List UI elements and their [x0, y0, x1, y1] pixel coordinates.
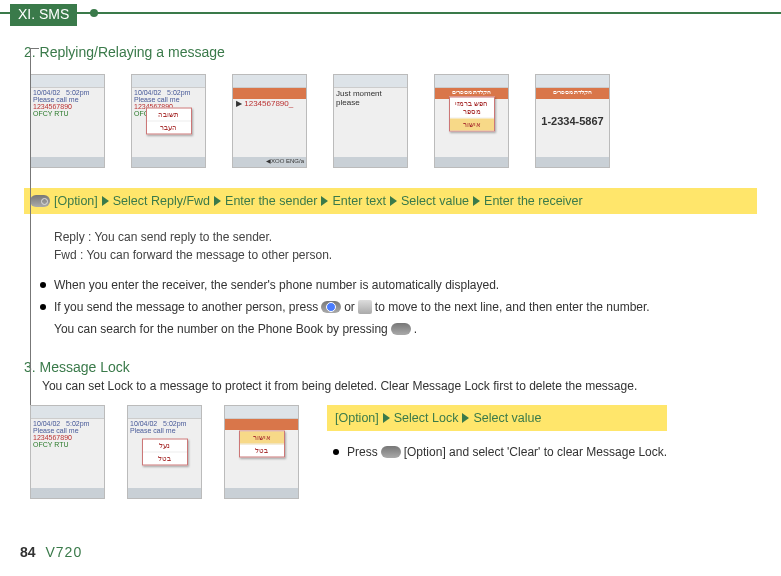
subtitle-lock: 3. Message Lock [24, 359, 757, 375]
screen4-text: Just moment please [336, 89, 407, 107]
press-line: Press [Option] and select 'Clear' to cle… [333, 445, 667, 459]
popup-confirm: אישור בטל [239, 431, 285, 458]
chevron-right-icon [390, 196, 397, 206]
chevron-right-icon [214, 196, 221, 206]
phone-screen-6: הקלדת מספרים 1-2334-5867 [535, 74, 610, 168]
chevron-right-icon [321, 196, 328, 206]
option-label: [Option] [54, 194, 98, 208]
top-rule [0, 12, 781, 14]
phone-screen-4: Just moment please [333, 74, 408, 168]
bullet-icon [333, 449, 339, 455]
phone-screen-2: 10/04/02 5:02pm Please call me 123456789… [131, 74, 206, 168]
page-number: 84 [20, 544, 36, 560]
key-icon [358, 300, 372, 314]
bullet-list: When you enter the receiver, the sender'… [40, 274, 757, 341]
instruction-bar-1: [Option] Select Reply/Fwd Enter the send… [24, 188, 757, 214]
chevron-right-icon [102, 196, 109, 206]
section3-row: 10/04/02 5:02pm Please call me 123456789… [24, 405, 757, 499]
phone-screen-lock-2: 10/04/02 5:02pm Please call me נעל בטל [127, 405, 202, 499]
phone-screen-lock-3: אישור בטל [224, 405, 299, 499]
chevron-right-icon [383, 413, 390, 423]
screen6-number: 1-2334-5867 [536, 115, 609, 127]
popup-search: חפש ברמזי מספר אישור [449, 96, 495, 131]
bullet-1: When you enter the receiver, the sender'… [54, 274, 499, 296]
screenshots-row-1: 10/04/02 5:02pm Please call me 123456789… [30, 74, 757, 168]
note-fwd: Fwd : You can forward the message to oth… [54, 248, 332, 262]
bullet-3a: You can search for the number on the Pho… [54, 318, 388, 340]
note-reply: Reply : You can send reply to the sender… [54, 230, 272, 244]
phone-screen-1: 10/04/02 5:02pm Please call me 123456789… [30, 74, 105, 168]
screen-time: 5:02pm [66, 89, 89, 96]
model-name: V720 [45, 544, 82, 560]
page-content: 2. Replying/Relaying a message 10/04/02 … [24, 44, 757, 499]
option-key-icon [381, 446, 401, 458]
chevron-right-icon [462, 413, 469, 423]
bullet-icon [40, 282, 46, 288]
tab-dot [90, 9, 98, 17]
nav-ok-icon [321, 301, 341, 313]
bullet-icon [40, 304, 46, 310]
phone-screen-lock-1: 10/04/02 5:02pm Please call me 123456789… [30, 405, 105, 499]
phone-screen-5: הקלדת מספרים חפש ברמזי מספר אישור [434, 74, 509, 168]
screen-msg: Please call me [33, 96, 79, 103]
popup-lock: נעל בטל [142, 438, 188, 465]
popup-reply-fwd: תשובה העבר [146, 108, 192, 135]
section-tab: XI. SMS [10, 4, 77, 26]
phone-screen-3: ▶ 1234567890_ ◀XOO ENG/a [232, 74, 307, 168]
bullet-2a: If you send the message to another perso… [54, 296, 318, 318]
reply-fwd-notes: Reply : You can send reply to the sender… [40, 230, 757, 262]
page-footer: 84 V720 [20, 544, 82, 560]
instruction-bar-2: [Option] Select Lock Select value [327, 405, 667, 431]
subtitle-replying: 2. Replying/Relaying a message [24, 44, 757, 60]
option-key-icon [391, 323, 411, 335]
chevron-right-icon [473, 196, 480, 206]
lock-description: You can set Lock to a message to protect… [42, 379, 757, 393]
